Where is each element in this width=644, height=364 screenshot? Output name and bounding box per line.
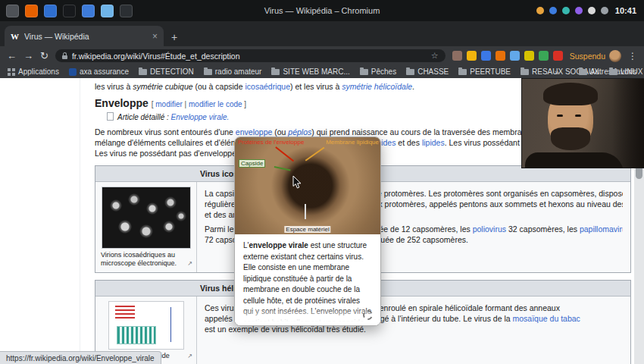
- extension-icon-6[interactable]: [524, 51, 534, 61]
- address-bar[interactable]: fr.wikipedia.org/wiki/Virus#Étude_et_des…: [55, 49, 445, 62]
- extension-icon-8[interactable]: [553, 51, 563, 61]
- wiki-link[interactable]: papillomavirus: [580, 224, 623, 234]
- app-icon-terminal[interactable]: [6, 5, 19, 17]
- extension-icon-2[interactable]: [467, 51, 477, 61]
- tray-icon-camera[interactable]: [601, 7, 608, 14]
- bookmark-label: DETECTION: [150, 67, 194, 76]
- bookmark-label: PEERTUBE: [470, 67, 511, 76]
- wiki-link[interactable]: mosaïque du tabac: [513, 314, 580, 323]
- system-tray: 10:41: [536, 6, 644, 15]
- folder-icon: [204, 69, 212, 75]
- folder-icon: [360, 69, 368, 75]
- text-run: et des: [395, 138, 421, 147]
- settings-gear-icon[interactable]: [363, 310, 373, 320]
- tray-icon-bluetooth[interactable]: [549, 7, 557, 14]
- forward-button[interactable]: →: [23, 51, 33, 61]
- text-run: symétrie cubique: [133, 82, 192, 91]
- bookmarks-row: Applicationsaxa assuranceDETECTIONradio …: [8, 67, 545, 76]
- wiki-link[interactable]: enveloppe: [236, 127, 272, 136]
- bookmark-item[interactable]: SITE WEB MARC...: [271, 67, 349, 76]
- new-tab-button[interactable]: +: [171, 32, 177, 42]
- wiki-link[interactable]: péplos: [288, 127, 311, 136]
- annotation-line-orange: [305, 147, 324, 161]
- apps-grid-icon: [8, 68, 11, 71]
- folder-icon: [458, 69, 467, 75]
- magnify-icon[interactable]: ↗: [187, 352, 192, 360]
- app-icon-obs[interactable]: [120, 5, 133, 17]
- app-icon-mail[interactable]: [44, 5, 57, 17]
- extension-icon-1[interactable]: [452, 51, 462, 61]
- text-run: 32 capsomères, les: [506, 224, 580, 234]
- text-run: Article détaillé :: [117, 113, 171, 121]
- browser-tab[interactable]: W Virus — Wikipédia ×: [5, 26, 164, 46]
- label-espace: Espace matériel: [284, 226, 330, 233]
- text-run: (ou à capside: [193, 82, 245, 91]
- virions-em-image[interactable]: [102, 187, 191, 249]
- capside-schema-image[interactable]: [108, 301, 184, 350]
- browser-menu-icon[interactable]: ⋮: [628, 51, 637, 61]
- browser-toolbar: ← → ↻ fr.wikipedia.org/wiki/Virus#Étude_…: [0, 46, 644, 65]
- bookmark-item[interactable]: DETECTION: [139, 67, 194, 76]
- bookmarks-overflow-chevron[interactable]: »: [555, 67, 559, 77]
- tray-icon-pencil[interactable]: [588, 7, 596, 14]
- tab-close-icon[interactable]: ×: [152, 31, 158, 42]
- clock[interactable]: 10:41: [615, 6, 636, 15]
- bracket: ]: [242, 100, 247, 108]
- tray-icon-keyboard[interactable]: [536, 7, 544, 14]
- bookmark-item[interactable]: PEERTUBE: [458, 67, 511, 76]
- folder-icon: [579, 69, 587, 75]
- favicon: [69, 68, 77, 76]
- bookmark-item[interactable]: CHASSE: [406, 67, 449, 76]
- wiki-link[interactable]: icosaédrique: [245, 82, 290, 91]
- back-button[interactable]: ←: [7, 51, 17, 61]
- status-link-bubble: https://fr.wikipedia.org/wiki/Enveloppe_…: [0, 351, 161, 364]
- app-icon-firefox[interactable]: [25, 5, 38, 17]
- text-run: ) et les virus à: [290, 82, 342, 91]
- hatnote-text: Article détaillé : Enveloppe virale.: [117, 113, 229, 121]
- edit-link[interactable]: modifier: [155, 100, 183, 108]
- url-text[interactable]: fr.wikipedia.org/wiki/Virus#Étude_et_des…: [72, 52, 427, 61]
- edit-section: [ modifier | modifier le code ]: [152, 100, 246, 108]
- bookmark-item[interactable]: axa assurance: [69, 67, 129, 76]
- edit-source-link[interactable]: modifier le code: [189, 100, 242, 108]
- person-shoulders: [525, 152, 624, 168]
- text-run: les virus à: [95, 82, 133, 91]
- enveloppe-virale-preview-image[interactable]: Protéines de l'enveloppe Membrane lipidi…: [235, 137, 380, 234]
- extension-icon-7[interactable]: [539, 51, 549, 61]
- bookmark-item[interactable]: Applications: [8, 67, 59, 76]
- tray-icon-magnet[interactable]: [575, 7, 583, 14]
- bookmark-item[interactable]: radio amateur: [204, 67, 262, 76]
- app-icon-files[interactable]: [82, 5, 95, 17]
- annotation-line-white: [305, 204, 306, 219]
- app-icon-chromium[interactable]: [101, 5, 114, 17]
- extension-icon-3[interactable]: [481, 51, 491, 61]
- wiki-link[interactable]: poliovirus: [473, 224, 506, 234]
- folder-icon: [609, 69, 617, 75]
- reload-button[interactable]: ↻: [40, 51, 48, 61]
- magnify-icon[interactable]: ↗: [187, 259, 192, 268]
- tray-icon-shield[interactable]: [562, 7, 570, 14]
- wiki-link[interactable]: Enveloppe virale.: [171, 113, 230, 121]
- bookmark-star-icon[interactable]: ☆: [431, 51, 439, 61]
- extensions-row: [452, 51, 563, 61]
- bookmark-item[interactable]: Pêches: [360, 67, 396, 76]
- extension-icon-4[interactable]: [496, 51, 505, 61]
- tray-icons-row: [536, 7, 608, 14]
- profile-chip[interactable]: Suspendu: [570, 50, 621, 62]
- caption-text: Virions icosaédriques au microscope élec…: [101, 251, 177, 267]
- wiki-link[interactable]: symétrie hélicoïdale: [342, 82, 412, 91]
- helix-tube-drawing: [117, 326, 156, 344]
- folder-icon: [271, 69, 280, 75]
- taskbar: Virus — Wikipédia – Chromium 10:41: [0, 0, 644, 21]
- app-icon-screenshot-tool[interactable]: [63, 5, 76, 17]
- folder-icon: [406, 69, 414, 75]
- webcam-background: [612, 79, 644, 168]
- wiki-link[interactable]: lipides: [422, 138, 445, 147]
- person-eye: [575, 115, 581, 117]
- other-bookmarks[interactable]: Autres favoris: [579, 67, 636, 76]
- label-membrane-lipidique: Membrane lipidique: [326, 139, 379, 146]
- extension-icon-5[interactable]: [510, 51, 520, 61]
- folder-icon: [521, 69, 529, 75]
- text-run: .: [412, 82, 414, 91]
- text-run: (ou: [272, 127, 288, 136]
